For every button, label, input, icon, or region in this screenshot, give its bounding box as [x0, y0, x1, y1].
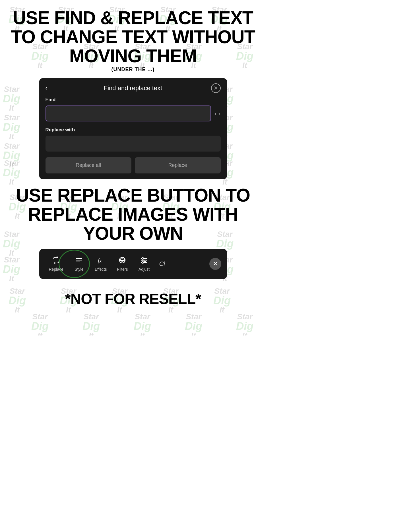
dialog-title: Find and replace text [104, 84, 162, 92]
dialog-close-button[interactable]: ✕ [211, 83, 221, 93]
toolbar-item-replace[interactable]: Replace [45, 254, 67, 274]
nav-arrows: ‹ › [214, 111, 220, 116]
prev-arrow-button[interactable]: ‹ [214, 111, 216, 116]
dialog-body: Find ‹ › Replace with Replace all Replac… [39, 97, 227, 173]
replace-icon [52, 256, 60, 265]
toolbar-item-filters[interactable]: Filters [112, 254, 132, 274]
page-content: USE FIND & REPLACE TEXT TO CHANGE TEXT W… [0, 0, 266, 316]
find-label: Find [46, 97, 221, 103]
replace-label: Replace [49, 267, 63, 272]
filters-label: Filters [117, 267, 128, 272]
style-label: Style [75, 267, 83, 272]
adjust-label: Adjust [139, 267, 150, 272]
replace-with-label: Replace with [46, 127, 221, 133]
replace-button-title: USE REPLACE BUTTON TO REPLACE IMAGES WIT… [11, 186, 255, 243]
effects-label: Effects [95, 267, 107, 272]
adjust-icon [140, 256, 148, 265]
footer-text: *NOT FOR RESELL* [11, 290, 255, 307]
main-title: USE FIND & REPLACE TEXT TO CHANGE TEXT W… [11, 9, 255, 66]
button-row: Replace all Replace [46, 157, 221, 173]
find-row: ‹ › [46, 105, 221, 121]
toolbar-close-button[interactable]: ✕ [209, 258, 221, 270]
dialog-back-button[interactable]: ‹ [46, 85, 47, 91]
subtitle: (UNDER THE ...) [111, 67, 155, 73]
toolbar: Replace Style fx Effects [39, 249, 227, 279]
toolbar-item-ci[interactable]: Ci [156, 258, 168, 269]
toolbar-item-effects[interactable]: fx Effects [91, 254, 111, 274]
toolbar-item-adjust[interactable]: Adjust [134, 254, 154, 274]
svg-point-11 [142, 262, 144, 263]
find-replace-dialog: ‹ Find and replace text ✕ Find ‹ › Repla… [39, 78, 227, 179]
effects-icon: fx [97, 256, 105, 265]
svg-text:fx: fx [98, 258, 102, 264]
find-input[interactable] [46, 105, 211, 121]
replace-all-button[interactable]: Replace all [46, 157, 131, 173]
replace-button[interactable]: Replace [135, 157, 221, 173]
filters-icon [118, 256, 126, 265]
replace-with-input[interactable] [46, 136, 221, 152]
svg-point-9 [144, 260, 146, 262]
dialog-header: ‹ Find and replace text ✕ [39, 78, 227, 97]
ci-icon: Ci [157, 261, 167, 267]
svg-point-7 [142, 258, 144, 259]
next-arrow-button[interactable]: › [219, 111, 221, 116]
toolbar-item-style[interactable]: Style [69, 254, 89, 274]
style-icon [75, 256, 83, 265]
